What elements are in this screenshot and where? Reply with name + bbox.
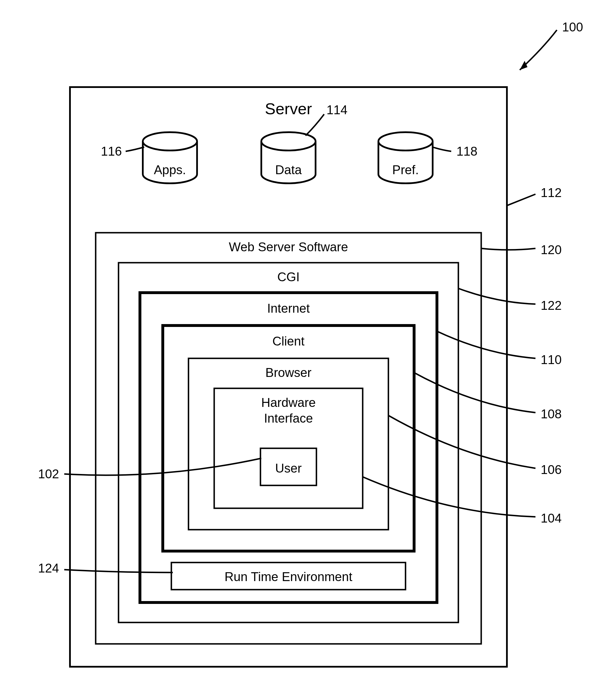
cylinder-pref: Pref.	[378, 132, 433, 183]
svg-text:108: 108	[541, 407, 562, 421]
rte-label: Run Time Environment	[224, 570, 352, 584]
server-title: Server	[265, 99, 312, 118]
svg-marker-3	[520, 61, 527, 70]
svg-point-0	[143, 132, 197, 151]
svg-text:122: 122	[541, 298, 562, 312]
pref-label: Pref.	[392, 163, 419, 177]
svg-text:120: 120	[541, 243, 562, 257]
ref-118: 118	[433, 144, 478, 158]
ref-124: 124	[38, 561, 173, 575]
browser-box	[189, 358, 389, 530]
client-label: Client	[272, 334, 305, 348]
svg-text:100: 100	[562, 20, 583, 34]
svg-point-1	[261, 132, 315, 151]
svg-text:104: 104	[541, 511, 562, 525]
svg-text:118: 118	[456, 144, 477, 158]
svg-point-2	[378, 132, 433, 151]
svg-text:112: 112	[541, 185, 562, 200]
wss-label: Web Server Software	[229, 240, 348, 254]
svg-text:106: 106	[541, 463, 562, 476]
cylinder-data: Data	[261, 132, 315, 183]
svg-text:124: 124	[38, 561, 59, 575]
internet-label: Internet	[267, 301, 310, 315]
ref-112: 112	[507, 185, 562, 206]
ref-102: 102	[38, 458, 261, 481]
svg-text:102: 102	[38, 467, 59, 481]
ref-104: 104	[363, 477, 562, 525]
browser-label: Browser	[265, 365, 311, 379]
cylinder-apps: Apps.	[143, 132, 197, 183]
ref-110: 110	[437, 331, 562, 366]
svg-text:110: 110	[541, 353, 562, 366]
ref-116: 116	[101, 144, 144, 158]
architecture-diagram: Server Apps. Data Pref. Web Server Softw…	[0, 0, 616, 689]
ref-120: 120	[481, 243, 562, 257]
cgi-label: CGI	[277, 270, 300, 284]
ref-122: 122	[458, 288, 562, 312]
svg-text:116: 116	[101, 144, 122, 158]
cgi-box	[118, 263, 458, 622]
data-label: Data	[275, 163, 302, 177]
apps-label: Apps.	[154, 163, 186, 177]
hwif-label-2: Interface	[264, 411, 313, 425]
hwif-label-1: Hardware	[261, 396, 316, 409]
user-label: User	[275, 461, 302, 475]
client-box	[163, 326, 414, 551]
svg-text:114: 114	[326, 103, 347, 117]
ref-100: 100	[520, 20, 583, 70]
